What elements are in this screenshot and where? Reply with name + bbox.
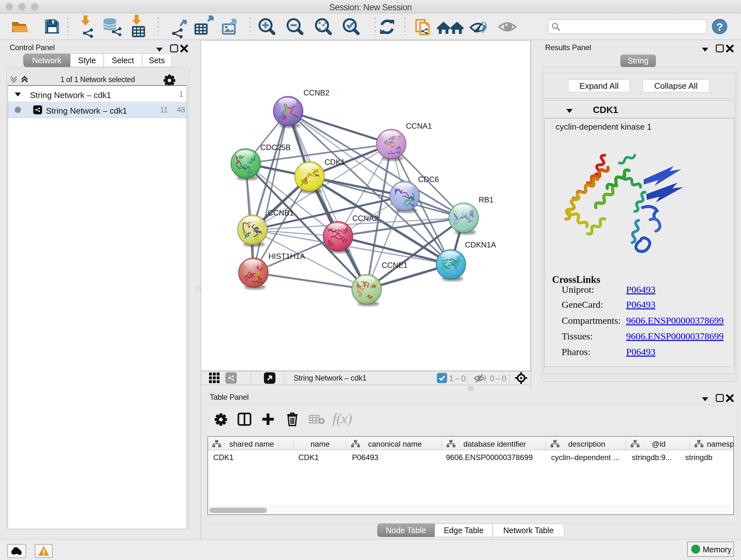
svg-text:CCNA2: CCNA2 — [352, 214, 378, 223]
svg-text:RB1: RB1 — [479, 195, 494, 204]
svg-text:CCNB2: CCNB2 — [304, 88, 329, 97]
svg-text:CDK1: CDK1 — [325, 158, 345, 166]
svg-text:HIST1H1A: HIST1H1A — [268, 252, 305, 260]
svg-text:CDKN1A: CDKN1A — [465, 240, 496, 249]
svg-text:CDC6: CDC6 — [418, 175, 439, 184]
svg-text:CDC25B: CDC25B — [260, 143, 291, 152]
svg-text:CCNA1: CCNA1 — [406, 122, 432, 130]
svg-text:CCNB1: CCNB1 — [268, 208, 293, 217]
svg-text:CCNE1: CCNE1 — [382, 261, 408, 269]
